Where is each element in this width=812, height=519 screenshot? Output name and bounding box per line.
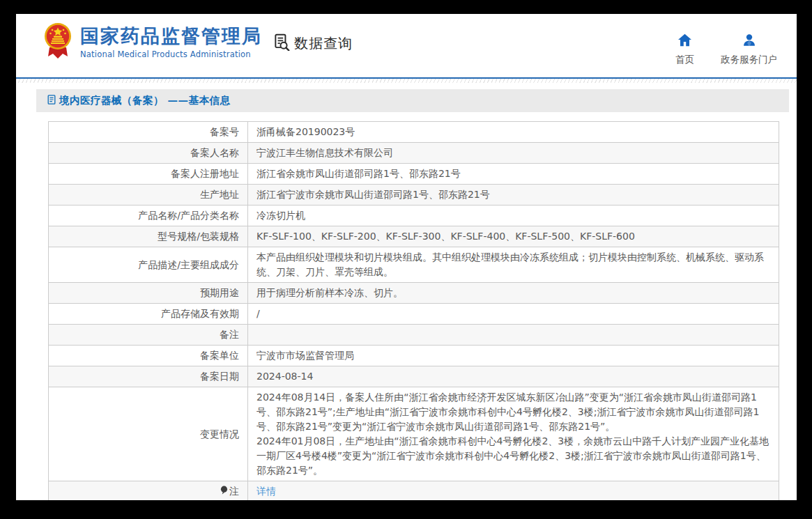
nav-gov-portal-label: 政务服务门户 — [721, 54, 777, 66]
home-icon — [677, 33, 692, 49]
row-value: 宁波市市场监督管理局 — [248, 346, 779, 366]
data-query-label: 数据查询 — [294, 34, 353, 53]
table-row: 备案人注册地址 浙江省余姚市凤山街道邵司路1号、邵东路21号 — [49, 164, 779, 185]
row-label: 备注 — [49, 325, 248, 346]
brand[interactable]: 国家药品监督管理局 National Medical Products Admi… — [44, 22, 262, 62]
row-label: 备案人名称 — [49, 143, 248, 164]
change-history-paragraph: 2024年08月14日，备案人住所由“浙江省余姚市经济开发区城东新区冶山路”变更… — [256, 390, 770, 434]
row-value: KF-SLF-100、KF-SLF-200、KF-SLF-300、KF-SLF-… — [248, 226, 779, 247]
nav-gov-portal[interactable]: 政务服务门户 — [721, 29, 777, 66]
row-label: 备案日期 — [49, 366, 248, 387]
row-value: 2024年08月14日，备案人住所由“浙江省余姚市经济开发区城东新区冶山路”变更… — [248, 387, 779, 481]
china-national-emblem-logo — [44, 22, 72, 62]
browser-page: 国家药品监督管理局 National Medical Products Admi… — [16, 14, 797, 500]
row-value: 详情 — [248, 481, 779, 501]
row-value: 本产品由组织处理模块和切片模块组成。其中组织处理模块由冷冻系统组成；切片模块由控… — [248, 247, 779, 283]
row-label: 产品描述/主要组成成分 — [49, 247, 248, 283]
row-label: 注 — [49, 481, 248, 501]
site-header: 国家药品监督管理局 National Medical Products Admi… — [16, 14, 797, 77]
brand-text: 国家药品监督管理局 National Medical Products Admi… — [80, 24, 262, 59]
row-label: 产品名称/产品分类名称 — [49, 206, 248, 226]
row-label: 变更情况 — [49, 387, 248, 481]
org-name-cn: 国家药品监督管理局 — [80, 24, 262, 48]
data-query-heading: 数据查询 — [273, 33, 353, 54]
note-label: 注 — [229, 484, 239, 499]
bulb-icon — [220, 484, 228, 499]
details-link[interactable]: 详情 — [256, 486, 276, 497]
table-row: 产品描述/主要组成成分 本产品由组织处理模块和切片模块组成。其中组织处理模块由冷… — [49, 247, 779, 283]
row-label: 产品存储及有效期 — [49, 304, 248, 325]
row-value: / — [248, 304, 779, 325]
decorative-stripe-band — [16, 79, 797, 83]
table-row: 型号规格/包装规格 KF-SLF-100、KF-SLF-200、KF-SLF-3… — [49, 226, 779, 247]
table-row: 备案人名称 宁波江丰生物信息技术有限公司 — [49, 143, 779, 164]
nav-home[interactable]: 首页 — [675, 29, 694, 66]
nav-home-label: 首页 — [675, 54, 694, 66]
page-title: 境内医疗器械（备案） ——基本信息 — [59, 94, 231, 107]
document-search-icon — [273, 33, 291, 54]
row-label: 型号规格/包装规格 — [49, 226, 248, 247]
table-row: 预期用途 用于病理分析前样本冷冻、切片。 — [49, 283, 779, 304]
row-label: 备案单位 — [49, 346, 248, 366]
row-label: 生产地址 — [49, 185, 248, 206]
table-row: 备案单位 宁波市市场监督管理局 — [49, 346, 779, 366]
row-value: 2024-08-14 — [248, 366, 779, 387]
table-row: 备案日期 2024-08-14 — [49, 366, 779, 387]
row-value: 浙江省宁波市余姚市凤山街道邵司路1号、邵东路21号 — [248, 185, 779, 206]
row-label: 预期用途 — [49, 283, 248, 304]
row-value — [248, 325, 779, 346]
table-row-note: 注 详情 — [49, 481, 779, 501]
table-row: 产品存储及有效期 / — [49, 304, 779, 325]
table-row: 备注 — [49, 325, 779, 346]
row-label: 备案人注册地址 — [49, 164, 248, 185]
row-value: 宁波江丰生物信息技术有限公司 — [248, 143, 779, 164]
table-row: 产品名称/产品分类名称 冷冻切片机 — [49, 206, 779, 226]
row-value: 浙甬械备20190023号 — [248, 122, 779, 143]
org-name-en: National Medical Products Administration — [80, 49, 262, 59]
change-history-paragraph: 2024年01月08日，生产地址由“浙江省余姚市科创中心4号孵化楼2、3楼，余姚… — [256, 434, 770, 478]
table-row: 生产地址 浙江省宁波市余姚市凤山街道邵司路1号、邵东路21号 — [49, 185, 779, 206]
row-value: 浙江省余姚市凤山街道邵司路1号、邵东路21号 — [248, 164, 779, 185]
row-label: 备案号 — [49, 122, 248, 143]
user-icon — [742, 33, 756, 49]
document-icon — [47, 94, 56, 108]
row-value: 冷冻切片机 — [248, 206, 779, 226]
registration-info-table: 备案号 浙甬械备20190023号 备案人名称 宁波江丰生物信息技术有限公司 备… — [48, 121, 779, 500]
table-row-change-history: 变更情况 2024年08月14日，备案人住所由“浙江省余姚市经济开发区城东新区冶… — [49, 387, 779, 481]
breadcrumb: 境内医疗器械（备案） ——基本信息 — [36, 89, 789, 112]
row-value: 用于病理分析前样本冷冻、切片。 — [248, 283, 779, 304]
table-row: 备案号 浙甬械备20190023号 — [49, 122, 779, 143]
top-nav: 首页 政务服务门户 — [675, 29, 777, 66]
